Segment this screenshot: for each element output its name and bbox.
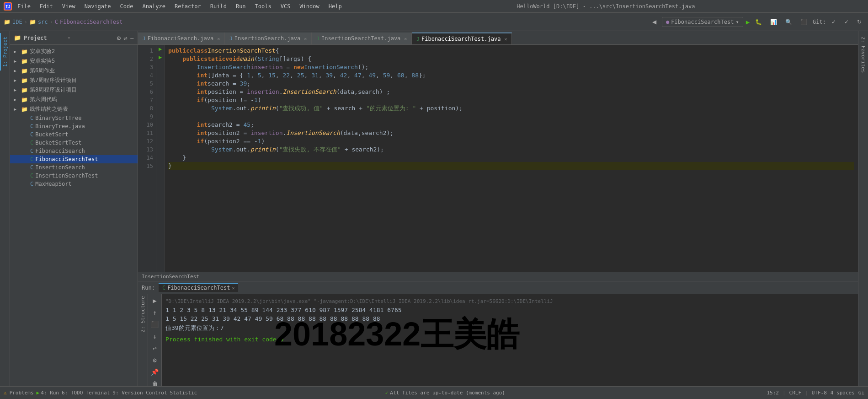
menu-view[interactable]: View [60,2,77,11]
tree-item-week7[interactable]: ▶ 📁 第7周程序设计项目 [10,75,138,85]
tab-close-insertionsearchtest[interactable]: ✕ [404,36,407,41]
java-icon: C [30,115,33,121]
code-line-8: System.out.println("查找成功, 值" + search + … [168,104,854,113]
project-folder-icon: 📁 [14,34,21,41]
tab-close-fibsearch[interactable]: ✕ [217,36,220,41]
structure-tab[interactable]: 2: Structure [140,296,146,332]
run-pin-btn[interactable]: 📌 [150,367,160,377]
run-config-selector[interactable]: ● FibonacciSearchTest ▾ [662,17,743,27]
coverage-button[interactable]: 📊 [767,17,780,27]
debug-button[interactable]: 🐛 [752,17,765,27]
run-settings-btn[interactable]: ⚙ [152,356,157,365]
run-reload-btn[interactable]: ↩ [152,344,157,353]
run-tab-active[interactable]: C FibonacciSearchTest ✕ [159,283,239,292]
menu-help[interactable]: Help [327,2,344,11]
run-stop-btn[interactable]: ⬛ [150,320,160,329]
code-line-2: public static void main(String[] args) { [168,55,854,63]
git-check2[interactable]: ✓ [841,17,852,27]
tree-item-linkedlist[interactable]: ▶ 📁 线性结构之链表 [10,104,138,114]
menu-edit[interactable]: Edit [38,2,55,11]
run-up-btn[interactable]: ↑ [152,308,157,317]
tree-item-insertionsearchtest[interactable]: C InsertionSearchTest [10,172,138,180]
run-line2-icon[interactable]: ▶ [159,54,162,60]
run-delete-btn[interactable]: 🗑 [151,379,159,386]
git-check1[interactable]: ✓ [829,17,839,27]
status-message-area: ✓ All files are up-to-date (moments ago) [385,390,761,396]
java-tab-icon: J [229,36,233,42]
project-tab[interactable]: 1: Project [0,33,10,70]
run-line1-icon[interactable]: ▶ [159,46,162,52]
code-editor[interactable]: 1 2 3 4 5 6 7 8 9 10 11 12 13 14 15 ▶ ▶ [138,45,858,272]
tree-item-week6hw[interactable]: ▶ 📁 第6周作业 [10,66,138,75]
tree-item-binarysort[interactable]: C BinarySortTree [10,114,138,122]
run-tab-close-icon[interactable]: ✕ [232,286,234,291]
project-layout-icon[interactable]: ⇌ [123,34,127,42]
tab-close-fibsearchtest[interactable]: ✕ [504,37,507,42]
problems-label[interactable]: Problems [10,390,34,396]
code-line-7: if (position != -1) [168,96,854,104]
menu-refactor[interactable]: Refactor [173,2,203,11]
tree-item-insertionsearch[interactable]: C InsertionSearch [10,163,138,172]
app-logo: IJ [4,2,12,11]
tree-item-bucketsortest[interactable]: C BucketSortTest [10,139,138,147]
menu-build[interactable]: Build [208,2,229,11]
menu-window[interactable]: Window [298,2,321,11]
tree-item-week6code[interactable]: ▶ 📁 第六周代码 [10,95,138,104]
breadcrumb-ide[interactable]: IDE [12,19,22,25]
git-short[interactable]: Gi [858,390,864,396]
terminal-label[interactable]: Terminal [85,390,110,396]
favorites-tab[interactable]: 2: Favorites [859,33,868,76]
run-play-btn[interactable]: ▶ [152,296,157,305]
project-close-icon[interactable]: − [130,34,134,42]
back-button[interactable]: ◀ [650,17,659,27]
tree-item-maxheapsort[interactable]: C MaxHeapSort [10,180,138,188]
stop-button[interactable]: ⬛ [798,17,810,27]
tab-close-insertionsearch[interactable]: ✕ [304,36,307,41]
vcs-label[interactable]: 9: Version Control [112,390,167,396]
warning-icon: ⚠ [4,390,7,396]
menu-analyze[interactable]: Analyze [140,2,167,11]
tree-item-binarytree[interactable]: C BinaryTree.java [10,122,138,130]
menu-navigate[interactable]: Navigate [83,2,113,11]
indent-label[interactable]: 4 spaces [831,390,855,396]
tree-item-fibsearch[interactable]: C FibonacciSearch [10,147,138,155]
java-test-icon: C [30,140,33,146]
cursor-position[interactable]: 15:2 [767,390,779,396]
tree-item-andexpt2[interactable]: ▶ 📁 安卓实验2 [10,47,138,56]
encoding[interactable]: UTF-8 [812,390,827,396]
run-button[interactable]: ▶ [746,18,750,26]
git-refresh[interactable]: ↻ [854,17,864,27]
editor-filename-label: InsertionSearchTest [142,274,199,280]
java-icon: C [30,181,33,187]
run-down-btn[interactable]: ↓ [152,332,157,341]
todo-label[interactable]: 6: TODO [62,390,83,396]
code-content[interactable]: public class InsertionSearchTest { publi… [165,45,858,272]
tab-fibsearchtest[interactable]: J FibonacciSearchTest.java ✕ [412,32,512,44]
breadcrumb-class-icon: C [55,19,58,25]
breadcrumb-src[interactable]: src [38,19,48,25]
tree-item-week8[interactable]: ▶ 📁 第8周程序设计项目 [10,85,138,95]
tree-item-fibsearchtest[interactable]: C FibonacciSearchTest [10,155,138,163]
tree-item-bucketsort[interactable]: C BucketSort [10,130,138,139]
menu-vcs[interactable]: VCS [279,2,293,11]
menu-tools[interactable]: Tools [253,2,273,11]
menu-code[interactable]: Code [118,2,135,11]
menu-run[interactable]: Run [234,2,248,11]
tab-insertionsearchtest[interactable]: J InsertionSearchTest.java ✕ [312,32,412,44]
menu-file[interactable]: File [16,2,32,11]
statistic-label[interactable]: Statistic [170,390,197,396]
breadcrumb-class[interactable]: FibonacciSearchTest [60,19,122,25]
editor-area: J FibonacciSearch.java ✕ J InsertionSear… [138,31,858,386]
run-config-dropdown-icon: ▾ [735,19,739,25]
project-settings-icon[interactable]: ⚙ [117,34,121,42]
code-line-1: public class InsertionSearchTest { [168,47,854,55]
run-tab-status[interactable]: ▶ 4: Run [37,390,59,396]
search-button[interactable]: 🔍 [783,17,795,27]
tree-item-andexpt5[interactable]: ▶ 📁 安卓实验5 [10,56,138,66]
folder-icon: 📁 [21,58,28,65]
line-ending[interactable]: CRLF [789,390,802,396]
tab-insertionsearch[interactable]: J InsertionSearch.java ✕ [225,32,312,44]
tab-fibsearch[interactable]: J FibonacciSearch.java ✕ [138,32,225,44]
code-line-15: } [168,162,854,170]
status-right: 15:2 | CRLF | UTF-8 4 spaces Gi [767,390,864,396]
